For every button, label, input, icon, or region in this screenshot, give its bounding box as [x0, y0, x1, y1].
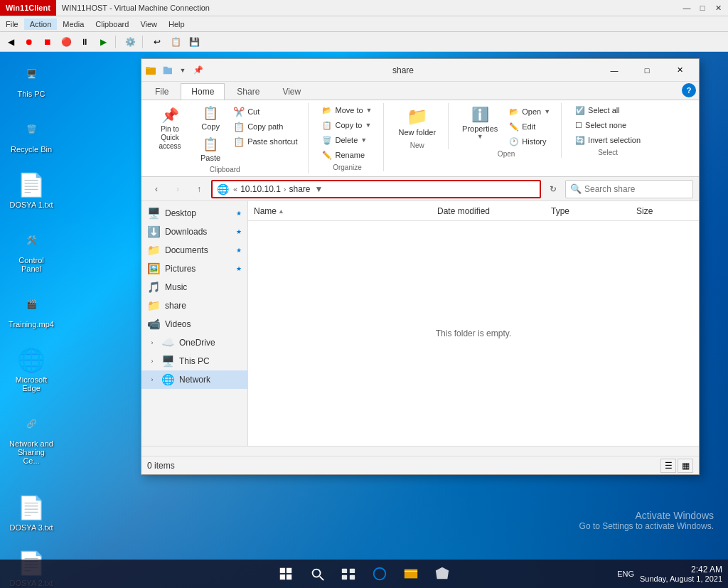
explorer-minimize-btn[interactable]: —	[598, 59, 631, 82]
ribbon-copy-btn[interactable]: 📋 Copy	[194, 103, 227, 133]
toolbar-play-btn[interactable]: ⏺	[21, 34, 37, 50]
explorer-scrollbar[interactable]	[141, 446, 699, 456]
explorer-addressbar: ‹ › ↑ 🌐 « 10.10.10.1 › share ▼ ↻ 🔍	[141, 177, 699, 201]
toolbar-icon1[interactable]: 📋	[168, 34, 183, 50]
ribbon-select-all-btn[interactable]: ☑️ Select all	[570, 103, 646, 117]
nav-back-btn[interactable]: ‹	[147, 180, 166, 198]
vm-restore-btn[interactable]: □	[695, 2, 710, 14]
sidebar-item-share[interactable]: 📁 share	[141, 296, 247, 315]
status-details-view-btn[interactable]: ☰	[660, 459, 676, 473]
ribbon-paste-btn[interactable]: 📋 Paste	[194, 134, 227, 164]
ribbon-new-folder-btn[interactable]: 📁 New folder	[392, 103, 443, 140]
address-part-share[interactable]: share	[289, 184, 311, 194]
sidebar-item-downloads[interactable]: ⬇️ Downloads ★	[141, 223, 247, 241]
taskbar-start-btn[interactable]	[272, 560, 300, 588]
tab-file[interactable]: File	[144, 83, 179, 100]
vm-menu-help[interactable]: Help	[163, 18, 191, 30]
ribbon-pin-to-quick-access-btn[interactable]: 📌 Pin to Quick access	[147, 103, 193, 154]
vm-menu-clipboard[interactable]: Clipboard	[90, 18, 134, 30]
address-bar[interactable]: 🌐 « 10.10.10.1 › share ▼	[211, 180, 541, 198]
desktop-icon-dosya1[interactable]: 📄 DOSYA 1.txt	[6, 168, 57, 212]
toolbar-stop-btn[interactable]: ⏹	[40, 34, 55, 50]
explorer-restore-btn[interactable]: □	[631, 59, 663, 82]
toolbar-undo-btn[interactable]: ↩	[149, 34, 165, 50]
taskbar-explorer-btn[interactable]	[397, 560, 425, 588]
explorer-title-dropdown[interactable]: ▼	[176, 64, 190, 77]
toolbar-pause-btn[interactable]: ⏸	[77, 34, 92, 50]
controlpanel-icon: 🛠️	[17, 226, 46, 255]
desktop-icon-controlpanel[interactable]: 🛠️ Control Panel	[6, 223, 57, 276]
training-icon: 🎬	[17, 290, 46, 319]
vm-minimize-btn[interactable]: —	[680, 2, 694, 14]
toolbar-settings-btn[interactable]: ⚙️	[122, 34, 138, 50]
sidebar-item-pictures[interactable]: 🖼️ Pictures ★	[141, 260, 247, 278]
vm-menu-media[interactable]: Media	[57, 18, 90, 30]
taskbar-time[interactable]: 2:42 AM Sunday, August 1, 2021	[640, 565, 722, 583]
vm-menu-action[interactable]: Action	[24, 18, 58, 30]
ribbon-history-btn[interactable]: 🕐 History	[504, 134, 555, 149]
col-header-size[interactable]: Size	[636, 206, 693, 216]
search-icon: 🔍	[570, 183, 582, 194]
sidebar-pictures-label: Pictures	[165, 264, 232, 274]
sidebar-item-network[interactable]: › 🌐 Network	[141, 370, 247, 389]
desktop-icon-edge[interactable]: 🌐 Microsoft Edge	[6, 343, 57, 395]
address-refresh-btn[interactable]: ↻	[544, 180, 562, 198]
desktop-icon-dosya3[interactable]: 📄 DOSYA 3.txt	[6, 491, 57, 535]
vm-close-btn[interactable]: ✕	[711, 2, 725, 14]
col-header-type[interactable]: Type	[551, 206, 636, 216]
tab-view[interactable]: View	[272, 83, 311, 100]
tab-help-btn[interactable]: ?	[682, 83, 696, 97]
ribbon-rename-btn[interactable]: ✏️ Rename	[317, 148, 377, 162]
explorer-statusbar: 0 items ☰ ▦	[141, 456, 699, 474]
status-tiles-view-btn[interactable]: ▦	[678, 459, 693, 473]
ribbon-cut-btn[interactable]: ✂️ Cut	[228, 105, 302, 119]
toolbar-icon2[interactable]: 💾	[186, 34, 202, 50]
cut-icon: ✂️	[233, 107, 245, 117]
ribbon-edit-btn[interactable]: ✏️ Edit	[504, 119, 555, 134]
vm-title-tab[interactable]: Win11Client	[0, 0, 56, 16]
tab-share[interactable]: Share	[226, 83, 270, 100]
ribbon-open-btn[interactable]: 📂 Open ▼	[504, 105, 555, 119]
vm-menu-view[interactable]: View	[134, 18, 163, 30]
ribbon-paste-shortcut-btn[interactable]: 📋 Paste shortcut	[228, 134, 302, 149]
ribbon-select-none-btn[interactable]: ☐ Select none	[570, 118, 646, 132]
sidebar-item-documents[interactable]: 📁 Documents ★	[141, 241, 247, 260]
sidebar-item-onedrive[interactable]: › ☁️ OneDrive	[141, 333, 247, 352]
desktop-icon-recyclebin[interactable]: 🗑️ Recycle Bin	[6, 112, 57, 156]
taskbar-store-btn[interactable]	[428, 560, 456, 588]
toolbar-btn3[interactable]: 🔴	[58, 34, 74, 50]
sidebar-item-thispc[interactable]: › 🖥️ This PC	[141, 352, 247, 370]
search-input[interactable]	[584, 184, 688, 194]
toolbar-back-btn[interactable]: ◀	[3, 34, 18, 50]
ribbon-properties-btn[interactable]: ℹ️ Properties ▼	[457, 103, 503, 143]
sidebar-item-music[interactable]: 🎵 Music	[141, 278, 247, 296]
ribbon-copy-path-btn[interactable]: 📋 Copy path	[228, 119, 302, 134]
svg-rect-11	[350, 575, 355, 579]
sidebar-item-desktop[interactable]: 🖥️ Desktop ★	[141, 204, 247, 223]
col-header-date[interactable]: Date modified	[437, 206, 551, 216]
rename-icon: ✏️	[322, 151, 332, 160]
desktop-icon-thispc[interactable]: 🖥️ This PC	[6, 57, 57, 101]
vm-menu-file[interactable]: File	[0, 18, 24, 30]
sidebar-videos-label: Videos	[165, 319, 242, 329]
desktop-sidebar-icon: 🖥️	[147, 207, 161, 220]
address-dropdown-btn[interactable]: ▼	[314, 183, 325, 195]
taskbar-edge-btn[interactable]	[365, 560, 394, 588]
tab-home[interactable]: Home	[181, 83, 225, 100]
ribbon-copy-to-btn[interactable]: 📋 Copy to ▼	[317, 118, 377, 132]
desktop-icon-network[interactable]: 🔗 Network and Sharing Ce...	[6, 407, 57, 468]
nav-up-btn[interactable]: ↑	[190, 180, 208, 198]
toolbar-forward-btn[interactable]: ▶	[95, 34, 111, 50]
col-header-name[interactable]: Name ▲	[254, 206, 437, 216]
explorer-close-btn[interactable]: ✕	[663, 59, 696, 82]
sidebar-item-videos[interactable]: 📹 Videos	[141, 315, 247, 333]
rename-label: Rename	[335, 151, 365, 159]
ribbon-invert-selection-btn[interactable]: 🔄 Invert selection	[570, 133, 646, 147]
dosya3-icon: 📄	[17, 493, 46, 522]
address-part-ip[interactable]: 10.10.10.1	[240, 184, 281, 194]
taskbar-taskview-btn[interactable]	[334, 560, 363, 588]
desktop-icon-training[interactable]: 🎬 Training.mp4	[6, 287, 57, 331]
ribbon-delete-btn[interactable]: 🗑️ Delete ▼	[317, 133, 377, 147]
ribbon-move-to-btn[interactable]: 📂 Move to ▼	[317, 103, 377, 117]
taskbar-search-btn[interactable]	[303, 560, 331, 588]
